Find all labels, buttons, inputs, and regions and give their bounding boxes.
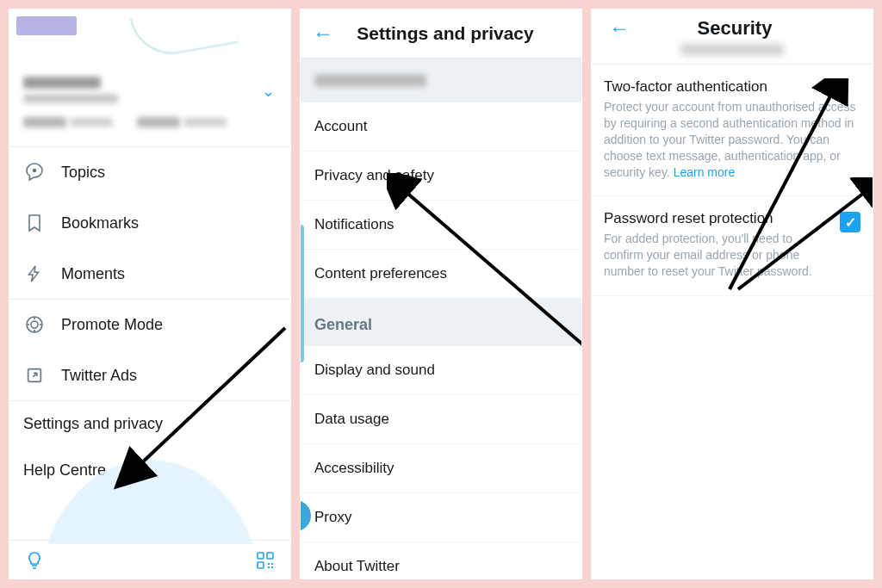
settings-item-account[interactable]: Account <box>301 102 581 152</box>
settings-header: ← Settings and privacy <box>301 9 581 59</box>
settings-item-data[interactable]: Data usage <box>301 395 581 444</box>
svg-rect-5 <box>267 553 273 559</box>
password-reset-block[interactable]: Password reset protection For added prot… <box>592 196 873 296</box>
footer-bar <box>9 540 290 579</box>
decorative-block <box>16 16 77 35</box>
user-row[interactable] <box>301 59 581 102</box>
settings-item-proxy[interactable]: Proxy <box>301 493 581 542</box>
page-title: Settings and privacy <box>349 23 542 44</box>
password-reset-title: Password reset protection <box>604 210 829 227</box>
qr-icon[interactable] <box>254 549 276 572</box>
password-reset-desc: For added protection, you'll need to con… <box>604 231 829 280</box>
settings-panel: ← Settings and privacy Account Privacy a… <box>300 9 582 579</box>
security-panel: ← Security Two-factor authentication Pro… <box>591 9 873 579</box>
external-icon <box>23 364 46 387</box>
profile-stats <box>23 117 276 127</box>
nav-item-ads[interactable]: Twitter Ads <box>9 350 290 400</box>
nav-label: Bookmarks <box>61 214 139 232</box>
settings-item-content-prefs[interactable]: Content preferences <box>301 250 581 299</box>
password-reset-checkbox[interactable]: ✓ <box>840 212 860 232</box>
settings-item-privacy[interactable]: Privacy and safety <box>301 152 581 201</box>
learn-more-link[interactable]: Learn more <box>674 165 736 179</box>
bookmark-icon <box>23 212 46 234</box>
profile-name-blur <box>23 77 101 89</box>
topic-icon <box>23 161 46 183</box>
settings-item-display[interactable]: Display and sound <box>301 346 581 395</box>
security-header: ← Security <box>592 9 873 65</box>
nav-item-settings[interactable]: Settings and privacy <box>9 400 290 447</box>
username-blur <box>680 44 784 55</box>
two-factor-title: Two-factor authentication <box>604 78 860 96</box>
section-general: General <box>301 299 581 346</box>
nav-label: Topics <box>61 164 105 182</box>
svg-rect-7 <box>268 563 270 565</box>
profile-handle-blur <box>23 94 118 103</box>
account-switch-caret[interactable]: ⌄ <box>262 82 275 101</box>
nav-label: Moments <box>61 265 125 283</box>
back-icon[interactable]: ← <box>602 16 637 40</box>
page-title: Security <box>637 17 833 40</box>
two-factor-desc: Protect your account from unauthorised a… <box>604 99 860 180</box>
drawer-panel: ⌄ Topics Bookmarks Moments <box>9 9 291 579</box>
settings-item-notifications[interactable]: Notifications <box>301 201 581 250</box>
nav-label: Settings and privacy <box>23 415 163 433</box>
nav-list: Topics Bookmarks Moments Promote Mode Tw… <box>9 146 290 493</box>
back-icon[interactable]: ← <box>306 22 340 46</box>
svg-rect-6 <box>258 562 264 568</box>
profile-block[interactable]: ⌄ <box>9 77 290 138</box>
svg-rect-4 <box>258 553 264 559</box>
svg-rect-8 <box>271 563 273 565</box>
settings-item-accessibility[interactable]: Accessibility <box>301 444 581 493</box>
nav-label: Promote Mode <box>61 316 163 334</box>
settings-item-about[interactable]: About Twitter <box>301 542 581 579</box>
username-blur <box>314 74 426 87</box>
two-factor-block[interactable]: Two-factor authentication Protect your a… <box>592 65 873 196</box>
nav-item-help[interactable]: Help Centre <box>9 447 290 493</box>
svg-point-0 <box>34 170 36 172</box>
lightbulb-icon[interactable] <box>23 549 46 572</box>
nav-item-moments[interactable]: Moments <box>9 248 290 299</box>
svg-rect-9 <box>268 566 270 568</box>
nav-item-topics[interactable]: Topics <box>9 146 290 197</box>
nav-label: Help Centre <box>23 461 106 480</box>
svg-point-2 <box>31 321 38 328</box>
decorative-swoosh <box>130 9 239 61</box>
nav-item-bookmarks[interactable]: Bookmarks <box>9 197 290 248</box>
nav-item-promote[interactable]: Promote Mode <box>9 299 290 350</box>
moments-icon <box>23 263 46 285</box>
nav-label: Twitter Ads <box>61 367 137 385</box>
svg-rect-10 <box>271 566 273 568</box>
promote-icon <box>23 313 46 336</box>
decorative-edge <box>300 225 304 362</box>
